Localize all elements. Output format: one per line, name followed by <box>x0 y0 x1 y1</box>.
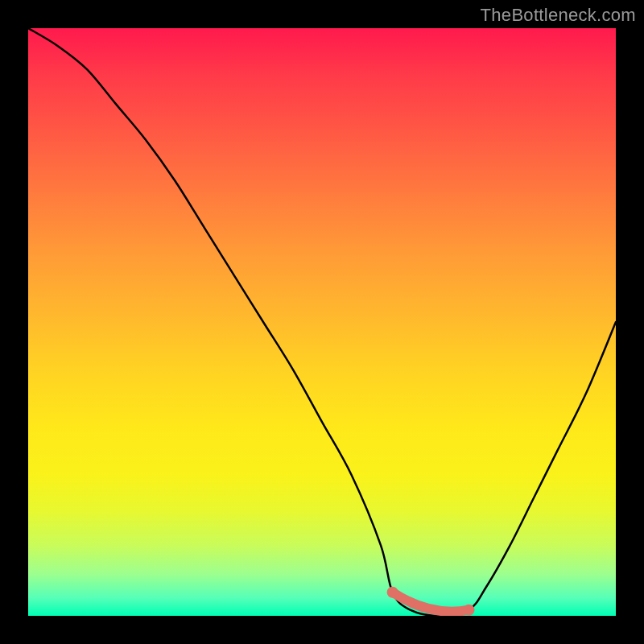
bottleneck-curve <box>28 28 616 616</box>
watermark-text: TheBottleneck.com <box>481 5 636 26</box>
highlight-segment <box>28 28 616 616</box>
plot-area <box>28 28 616 616</box>
svg-point-0 <box>387 587 398 598</box>
chart-container: TheBottleneck.com <box>0 0 644 644</box>
svg-point-1 <box>464 605 475 616</box>
